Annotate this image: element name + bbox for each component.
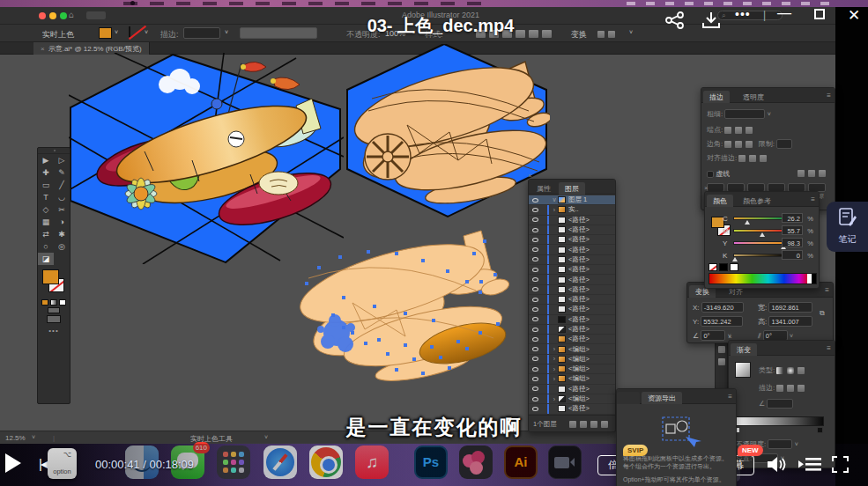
layers-panel: × 属性 图层 ∨图层 1›实..<路径><路径><路径><路径><路径><路径… xyxy=(528,179,616,432)
constrain-icon: ⧉ xyxy=(820,309,825,320)
layer-label: <路径> xyxy=(568,325,590,334)
visibility-eye-icon xyxy=(532,298,538,302)
layer-thumbnail xyxy=(558,335,566,342)
window-close-button[interactable]: ✕ xyxy=(848,6,860,25)
visibility-eye-icon xyxy=(532,217,538,222)
width-field: 1692.861 xyxy=(768,302,812,313)
color-mode-icon xyxy=(41,299,48,306)
layer-label: <路径> xyxy=(568,404,590,413)
x-field: -3149.620 xyxy=(701,302,744,313)
layer-label: <编组> xyxy=(568,374,590,383)
visibility-eye-icon xyxy=(532,208,538,212)
layer-thumbnail xyxy=(558,226,566,233)
mac-minimize-icon xyxy=(49,12,56,19)
visibility-eye-icon xyxy=(532,367,538,372)
visibility-eye-icon xyxy=(532,328,538,332)
tab-color-guide: 颜色参考 xyxy=(737,195,777,207)
weight-label: 粗细: xyxy=(707,110,723,118)
layer-thumbnail xyxy=(558,206,566,213)
visibility-eye-icon xyxy=(532,277,538,282)
layer-label: <路径> xyxy=(568,265,590,274)
type-tool-icon: T xyxy=(38,191,54,203)
play-button[interactable] xyxy=(5,453,21,473)
volume-icon[interactable] xyxy=(766,456,787,473)
layer-row: <路径> xyxy=(529,325,615,335)
layer-row: ›<编组> xyxy=(529,394,615,404)
window-minimize-button[interactable]: — xyxy=(777,5,791,21)
tab-layers: 图层 xyxy=(559,182,585,195)
layer-row: <路径> xyxy=(529,335,615,344)
layer-thumbnail xyxy=(558,316,566,323)
layer-label: <路径> xyxy=(568,225,590,234)
layer-thumbnail xyxy=(558,306,566,313)
rectangle-tool-icon: ▭ xyxy=(38,179,54,191)
screen-mode-icon xyxy=(47,315,61,323)
layer-label: <路径> xyxy=(568,385,590,394)
visibility-eye-icon xyxy=(532,317,538,321)
weight-field xyxy=(724,109,765,119)
layer-label: <路径> xyxy=(568,295,590,304)
gradient-chip xyxy=(735,362,751,378)
visibility-eye-icon xyxy=(532,287,538,291)
video-player[interactable]: ⌂ Adobe Illustrator 2021 ⌕ 实时上色 ˅ ˅ 描边: … xyxy=(0,0,868,486)
height-field: 1341.007 xyxy=(768,316,812,327)
layer-row: ∨图层 1 xyxy=(529,195,615,205)
align-stroke-label: 对齐描边: xyxy=(707,154,737,162)
channel-c: C26.2% xyxy=(733,213,813,225)
layer-row: <路径> xyxy=(529,245,615,254)
layer-thumbnail xyxy=(558,346,566,353)
separator: | xyxy=(763,9,766,21)
color-spectrum-bar xyxy=(708,273,817,284)
notes-button[interactable]: 笔记 xyxy=(827,202,868,252)
layer-thumbnail xyxy=(558,276,566,284)
layer-thumbnail xyxy=(558,375,566,382)
layer-row: <路径> xyxy=(529,404,615,414)
time-display: 00:00:41 / 00:18:09 xyxy=(95,458,194,471)
tool-grid: ▶▷✚✎▭╱T◡◇✂▦◑⇄✱○◎ xyxy=(38,154,70,253)
tab-gradient: 渐变 xyxy=(731,343,757,356)
layer-thumbnail xyxy=(558,196,566,203)
layer-row: <路径> xyxy=(529,385,615,394)
limit-label: 限制: xyxy=(759,140,775,148)
magic-wand-tool-icon: ✚ xyxy=(38,166,54,179)
option-key-overlay: ⌥ option xyxy=(48,448,77,479)
layer-label: <编组> xyxy=(568,345,590,354)
playlist-icon[interactable] xyxy=(798,458,821,471)
visibility-eye-icon xyxy=(532,268,538,272)
layer-label: <路径> xyxy=(568,335,590,343)
layer-row: <路径> xyxy=(529,265,615,275)
visibility-eye-icon xyxy=(532,357,538,361)
layer-label: <编组> xyxy=(568,394,590,403)
more-icon[interactable]: ••• xyxy=(735,7,751,21)
gradient-stroke-label: 描边: xyxy=(759,384,775,392)
layer-label: <路径> xyxy=(568,315,590,324)
rotate-field: 0° xyxy=(701,330,725,341)
live-paint-label: 实时上色 xyxy=(42,29,74,40)
artwork-selected-biplane xyxy=(291,229,518,383)
layer-label: <路径> xyxy=(568,246,590,254)
tools-panel: ▶▷✚✎▭╱T◡◇✂▦◑⇄✱○◎ ◪ ••• xyxy=(37,147,70,404)
fullscreen-icon[interactable] xyxy=(832,456,849,473)
tab-transparency: 透明度 xyxy=(737,91,770,103)
stroke-swatch xyxy=(129,26,130,37)
lasso-tool-icon: ✎ xyxy=(54,166,70,179)
download-icon[interactable] xyxy=(701,11,721,29)
layer-row: ›<编组> xyxy=(529,364,615,374)
illustrator-window: ⌂ Adobe Illustrator 2021 ⌕ 实时上色 ˅ ˅ 描边: … xyxy=(0,7,835,445)
layer-row: ›<编组> xyxy=(529,374,615,384)
stroke-weight-label: 描边: xyxy=(160,29,179,40)
layer-row: ›<编组> xyxy=(529,344,615,354)
y-field: 5532.242 xyxy=(701,316,743,327)
layer-row: <路径> xyxy=(529,285,615,295)
layer-thumbnail xyxy=(558,286,566,293)
export-hint-2: Option+拖动即可将其作为单个资源。 xyxy=(623,475,731,483)
gradient-mode-icon xyxy=(50,299,57,306)
color-panel: × 颜色 颜色参考 ≡ C26.2%M55.7%Y98.3%K0% xyxy=(704,191,820,289)
window-maximize-button[interactable] xyxy=(814,7,825,23)
subtitle-text: 是一直在变化的啊 xyxy=(0,414,868,441)
dash-label: 虚线 xyxy=(716,170,730,178)
draw-mode-icon xyxy=(48,307,60,313)
layer-label: <路径> xyxy=(568,285,590,294)
share-icon[interactable] xyxy=(665,11,685,29)
export-hint-1: 将图稿拖到此面板中以生成多个资源。每个组会作为一个资源进行导出。 xyxy=(623,454,731,470)
